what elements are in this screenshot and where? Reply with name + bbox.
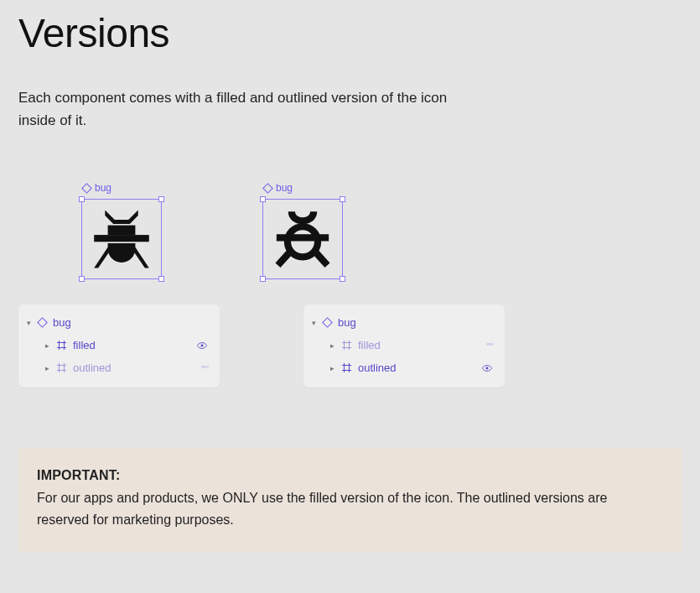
svg-marker-0 bbox=[105, 211, 137, 224]
component-icon bbox=[262, 183, 273, 194]
resize-handle[interactable] bbox=[79, 196, 85, 202]
svg-line-7 bbox=[277, 250, 291, 265]
layer-row-filled[interactable]: ▸ filled ˡᵒʷ bbox=[303, 334, 505, 356]
svg-point-10 bbox=[486, 367, 489, 369]
svg-line-8 bbox=[314, 250, 327, 265]
chevron-right-icon: ▸ bbox=[45, 341, 54, 350]
layer-label: outlined bbox=[358, 362, 481, 374]
notice-body: For our apps and products, we ONLY use t… bbox=[37, 491, 607, 527]
layer-row-outlined[interactable]: ▸ outlined ˡᵒʷ bbox=[18, 356, 220, 379]
resize-handle[interactable] bbox=[340, 196, 345, 202]
layer-row-component[interactable]: ▾ bug bbox=[303, 311, 505, 334]
chevron-right-icon: ▸ bbox=[330, 364, 339, 372]
component-label: bug bbox=[81, 182, 162, 194]
eye-hidden-icon[interactable]: ˡᵒʷ bbox=[486, 341, 493, 350]
layer-panels: ▾ bug ▸ filled ▸ outlined ˡᵒʷ bbox=[18, 304, 682, 388]
chevron-down-icon: ▾ bbox=[312, 319, 320, 327]
svg-point-9 bbox=[201, 344, 204, 346]
layer-row-outlined[interactable]: ▸ outlined bbox=[303, 356, 505, 379]
resize-handle[interactable] bbox=[158, 276, 164, 282]
selection-frame[interactable] bbox=[262, 199, 343, 279]
layer-label: outlined bbox=[73, 362, 201, 374]
chevron-right-icon: ▸ bbox=[45, 364, 54, 372]
component-icon bbox=[324, 319, 331, 326]
svg-rect-1 bbox=[108, 226, 136, 235]
resize-handle[interactable] bbox=[260, 276, 266, 282]
intro-text: Each component comes with a filled and o… bbox=[18, 86, 471, 132]
layer-row-filled[interactable]: ▸ filled bbox=[18, 334, 220, 356]
selection-frame[interactable] bbox=[81, 199, 162, 279]
frame-icon bbox=[57, 363, 66, 372]
resize-handle[interactable] bbox=[158, 196, 164, 202]
frame-icon bbox=[57, 341, 66, 350]
component-label: bug bbox=[262, 182, 343, 194]
example-outlined: bug bbox=[262, 182, 343, 279]
bug-filled-icon bbox=[87, 205, 156, 273]
svg-rect-2 bbox=[94, 235, 149, 242]
important-notice: IMPORTANT: For our apps and products, we… bbox=[18, 448, 682, 551]
icon-examples: bug bbox=[18, 182, 682, 279]
layer-label: filled bbox=[73, 339, 196, 351]
layers-panel-right: ▾ bug ▸ filled ˡᵒʷ ▸ outlined bbox=[303, 304, 505, 388]
eye-icon[interactable] bbox=[196, 341, 208, 350]
eye-hidden-icon[interactable]: ˡᵒʷ bbox=[201, 363, 208, 372]
frame-icon bbox=[342, 341, 351, 350]
resize-handle[interactable] bbox=[340, 276, 345, 282]
layer-label: filled bbox=[358, 339, 486, 351]
component-icon bbox=[39, 319, 46, 326]
svg-marker-4 bbox=[132, 247, 149, 268]
example-filled: bug bbox=[81, 182, 162, 279]
resize-handle[interactable] bbox=[260, 196, 266, 202]
svg-marker-3 bbox=[94, 247, 111, 268]
resize-handle[interactable] bbox=[79, 276, 85, 282]
notice-heading: IMPORTANT: bbox=[37, 468, 120, 482]
layer-label: bug bbox=[338, 316, 493, 329]
component-icon bbox=[81, 183, 92, 194]
chevron-down-icon: ▾ bbox=[27, 319, 35, 327]
layer-label: bug bbox=[53, 316, 208, 329]
eye-icon[interactable] bbox=[481, 364, 493, 372]
layer-row-component[interactable]: ▾ bug bbox=[18, 311, 220, 334]
layers-panel-left: ▾ bug ▸ filled ▸ outlined ˡᵒʷ bbox=[18, 304, 220, 388]
component-label-text: bug bbox=[95, 182, 111, 194]
bug-outlined-icon bbox=[268, 205, 337, 273]
chevron-right-icon: ▸ bbox=[330, 341, 339, 350]
component-label-text: bug bbox=[276, 182, 293, 194]
page-title: Versions bbox=[18, 10, 682, 56]
frame-icon bbox=[342, 363, 351, 372]
